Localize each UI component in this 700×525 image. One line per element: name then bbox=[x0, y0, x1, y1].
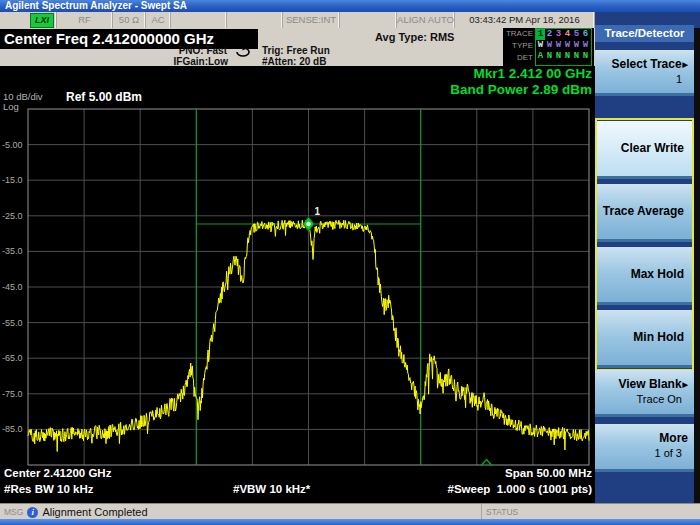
submenu-arrow-icon: ▶ bbox=[682, 381, 688, 388]
trace-row-label: TRACE bbox=[503, 28, 533, 40]
more-button[interactable]: More 1 of 3 bbox=[595, 424, 694, 472]
softkey-menu: Trace/Detector Select Trace▶ 1 Clear Wri… bbox=[595, 12, 700, 503]
pno-loop-icon bbox=[233, 46, 253, 57]
trace-table-cell: 3 bbox=[554, 29, 563, 40]
sweep-annotation: #Sweep 1.000 s (1001 pts) bbox=[448, 483, 592, 495]
window-title: Agilent Spectrum Analyzer - Swept SA bbox=[5, 0, 187, 11]
max-hold-button[interactable]: Max Hold bbox=[597, 247, 692, 305]
info-icon: i bbox=[27, 507, 38, 518]
softkey-menu-title: Trace/Detector bbox=[595, 25, 694, 42]
lxi-badge: LXI bbox=[30, 13, 54, 28]
trace-table-cell: W bbox=[545, 40, 554, 51]
lxi-cell: LXI bbox=[0, 12, 57, 28]
marker-1-center-dot bbox=[306, 222, 310, 226]
avg-type-indicator: Avg Type: RMS bbox=[375, 31, 454, 43]
trace-table-cell: 2 bbox=[545, 29, 554, 40]
align-indicator: ALIGN AUTO bbox=[397, 12, 455, 28]
window-title-bar: Agilent Spectrum Analyzer - Swept SA bbox=[0, 0, 700, 12]
impedance-indicator: 50 Ω bbox=[113, 12, 146, 28]
datetime-indicator: 03:43:42 PM Apr 18, 2016 bbox=[455, 12, 595, 28]
bottom-accent-strip bbox=[0, 519, 700, 525]
center-freq-annotation: Center 2.41200 GHz bbox=[4, 467, 111, 479]
trace-status-table: TRACE TYPE DET 123456 WWWWWW ANNNNN bbox=[503, 28, 594, 66]
view-blank-label: View Blank bbox=[618, 377, 681, 391]
select-trace-button[interactable]: Select Trace▶ 1 bbox=[595, 50, 694, 96]
trace-table-cell: A bbox=[536, 51, 545, 62]
select-trace-label: Select Trace bbox=[612, 57, 682, 71]
marker-1-label: 1 bbox=[315, 206, 321, 217]
vbw-annotation: #VBW 10 kHz* bbox=[233, 483, 310, 495]
trace-table-cell: 6 bbox=[581, 29, 590, 40]
trace-mode-group: Clear Write Trace Average Max Hold Min H… bbox=[595, 118, 694, 371]
sense-indicator: SENSE:INT bbox=[283, 12, 340, 28]
min-hold-button[interactable]: Min Hold bbox=[597, 310, 692, 368]
message-bar: MSG i Alignment Completed STATUS bbox=[0, 503, 700, 520]
spectrum-display: Mkr1 2.412 00 GHz Band Power 2.89 dBm 10… bbox=[0, 66, 595, 503]
select-trace-value: 1 bbox=[595, 71, 694, 85]
type-row-label: TYPE bbox=[503, 40, 533, 52]
rbw-annotation: #Res BW 10 kHz bbox=[4, 483, 93, 495]
coupling-indicator: AC bbox=[146, 12, 171, 28]
det-row-label: DET bbox=[503, 52, 533, 64]
trace-average-button[interactable]: Trace Average bbox=[597, 184, 692, 242]
trace-types-row: WWWWWW bbox=[536, 40, 591, 51]
instrument-status-row: LXI RF 50 Ω AC SENSE:INT ALIGN AUTO 03:4… bbox=[0, 12, 595, 28]
trace-table-cell: 1 bbox=[536, 29, 545, 40]
trace-table-cell: N bbox=[545, 51, 554, 62]
view-blank-button[interactable]: View Blank▶ Trace On bbox=[595, 370, 694, 417]
rf-indicator: RF bbox=[57, 12, 113, 28]
status-spacer-3 bbox=[340, 12, 397, 28]
status-spacer-2 bbox=[227, 12, 283, 28]
trigger-indicator: Trig: Free Run bbox=[262, 45, 330, 56]
trace-table-labels: TRACE TYPE DET bbox=[503, 28, 535, 66]
submenu-arrow-icon: ▶ bbox=[682, 61, 688, 68]
trace-table-cell: W bbox=[572, 40, 581, 51]
trace-numbers-row: 123456 bbox=[536, 29, 591, 40]
msg-label: MSG bbox=[0, 507, 27, 517]
trace-table-cell: 5 bbox=[572, 29, 581, 40]
span-annotation: Span 50.00 MHz bbox=[505, 467, 592, 479]
trace-table-cell: W bbox=[536, 40, 545, 51]
pno-indicator: PNO: Fast bbox=[179, 45, 227, 56]
trace-table-cell: W bbox=[581, 40, 590, 51]
trace-table-cell: 4 bbox=[563, 29, 572, 40]
status-label: STATUS bbox=[482, 507, 700, 517]
spectrum-plot: 1 bbox=[0, 66, 595, 503]
trace-table-cell: N bbox=[581, 51, 590, 62]
more-page-value: 1 of 3 bbox=[595, 445, 694, 459]
softkey-menu-edge bbox=[694, 28, 700, 503]
clear-write-button[interactable]: Clear Write bbox=[597, 121, 692, 179]
trace-table-cell: N bbox=[563, 51, 572, 62]
trace-table-cell: N bbox=[572, 51, 581, 62]
view-blank-value: Trace On bbox=[595, 391, 694, 405]
trace-table-cell: N bbox=[554, 51, 563, 62]
message-text: Alignment Completed bbox=[38, 506, 147, 518]
trace-table-grid: 123456 WWWWWW ANNNNN bbox=[535, 28, 592, 66]
measurement-header: Center Freq 2.412000000 GHz PNO: Fast IF… bbox=[0, 28, 595, 66]
trace-table-cell: W bbox=[563, 40, 572, 51]
trace-table-cell: W bbox=[554, 40, 563, 51]
status-spacer-1 bbox=[171, 12, 227, 28]
trace-dets-row: ANNNNN bbox=[536, 51, 591, 62]
